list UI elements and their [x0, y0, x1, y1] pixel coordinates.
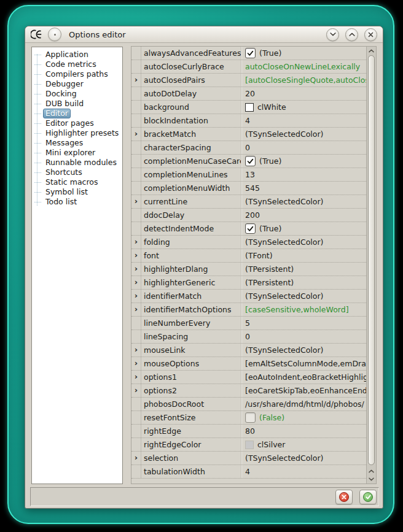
- property-row[interactable]: characterSpacing0: [131, 141, 366, 155]
- property-row[interactable]: alwaysAdvancedFeatures(True): [131, 47, 366, 60]
- property-value-cell[interactable]: [caseSensitive,wholeWord]: [241, 303, 366, 316]
- property-row[interactable]: backgroundclWhite: [131, 101, 366, 114]
- property-value-cell[interactable]: (TSynSelectedColor): [241, 236, 366, 249]
- property-row[interactable]: completionMenuWidth545: [131, 182, 366, 195]
- property-value-cell[interactable]: clWhite: [241, 101, 366, 114]
- expand-icon[interactable]: ›: [135, 305, 138, 313]
- property-row[interactable]: ›options1[eoAutoIndent,eoBracketHighligh…: [131, 371, 366, 384]
- property-value-cell[interactable]: 4: [241, 114, 366, 127]
- checkbox-checked[interactable]: [245, 156, 256, 166]
- property-value-cell[interactable]: /usr/share/dmd/html/d/phobos/: [241, 398, 366, 411]
- accept-button[interactable]: [359, 490, 377, 504]
- property-row[interactable]: ›highlighterDlang(TPersistent): [131, 263, 366, 276]
- sidebar-item-static-macros[interactable]: Static macros: [32, 177, 122, 187]
- property-value-cell[interactable]: [eoCaretSkipTab,eoEnhanceEndKe: [241, 384, 366, 397]
- property-value-cell[interactable]: 0: [241, 141, 366, 154]
- sidebar-item-docking[interactable]: Docking: [32, 89, 122, 99]
- property-value-cell[interactable]: (True): [241, 47, 366, 60]
- property-value-cell[interactable]: 4: [241, 465, 366, 478]
- sidebar-item-application[interactable]: Application: [32, 50, 122, 60]
- property-value-cell[interactable]: (TSynSelectedColor): [241, 128, 366, 141]
- property-row[interactable]: detectIndentMode(True): [131, 222, 366, 236]
- property-row[interactable]: lineNumberEvery5: [131, 317, 366, 330]
- property-value-cell[interactable]: (TPersistent): [241, 263, 366, 276]
- sidebar-item-debugger[interactable]: Debugger: [32, 79, 122, 89]
- shade-button[interactable]: [326, 28, 339, 41]
- sidebar-item-highlighter-presets[interactable]: Highlighter presets: [32, 128, 122, 138]
- property-value-cell[interactable]: 13: [241, 168, 366, 181]
- unshade-button[interactable]: [345, 28, 358, 41]
- property-row[interactable]: ›currentLine(TSynSelectedColor): [131, 195, 366, 209]
- scroll-down-button[interactable]: [367, 475, 376, 483]
- property-row[interactable]: autoCloseCurlyBraceautoCloseOnNewLineLex…: [131, 60, 366, 74]
- property-row[interactable]: resetFontSize(False): [131, 411, 366, 425]
- property-row[interactable]: completionMenuCaseCare(True): [131, 155, 366, 168]
- color-swatch[interactable]: [245, 441, 254, 449]
- property-value-cell[interactable]: 20: [241, 87, 366, 100]
- sidebar-item-messages[interactable]: Messages: [32, 138, 122, 148]
- vertical-scrollbar[interactable]: [366, 47, 376, 484]
- property-row[interactable]: ›mouseOptions[emAltSetsColumnMode,emDrag…: [131, 357, 366, 371]
- property-row[interactable]: ›folding(TSynSelectedColor): [131, 236, 366, 249]
- expand-icon[interactable]: ›: [135, 386, 138, 394]
- property-value-cell[interactable]: 80: [241, 425, 366, 438]
- sidebar-item-mini-explorer[interactable]: Mini explorer: [32, 148, 122, 158]
- cancel-button[interactable]: [335, 490, 353, 504]
- property-row[interactable]: ›selection(TSynSelectedColor): [131, 452, 366, 465]
- property-row[interactable]: phobosDocRoot/usr/share/dmd/html/d/phobo…: [131, 398, 366, 411]
- expand-icon[interactable]: ›: [135, 291, 138, 299]
- property-value-cell[interactable]: (TSynSelectedColor): [241, 452, 366, 465]
- expand-icon[interactable]: ›: [135, 197, 138, 205]
- expand-icon[interactable]: ›: [135, 75, 138, 83]
- property-value-cell[interactable]: (True): [241, 222, 366, 235]
- property-value-cell[interactable]: [eoAutoIndent,eoBracketHighlight: [241, 371, 366, 384]
- property-row[interactable]: lineSpacing0: [131, 330, 366, 344]
- property-row[interactable]: ›font(TFont): [131, 249, 366, 263]
- checkbox-checked[interactable]: [245, 223, 256, 234]
- expand-icon[interactable]: ›: [135, 237, 138, 245]
- property-row[interactable]: blockIndentation4: [131, 114, 366, 128]
- property-value-cell[interactable]: (TSynSelectedColor): [241, 290, 366, 303]
- property-value-cell[interactable]: 200: [241, 209, 366, 222]
- property-value-cell[interactable]: 545: [241, 182, 366, 195]
- expand-icon[interactable]: ›: [135, 129, 138, 137]
- expand-icon[interactable]: ›: [135, 359, 138, 367]
- sidebar-item-dub-build[interactable]: DUB build: [32, 99, 122, 109]
- property-value-cell[interactable]: autoCloseOnNewLineLexically: [241, 60, 366, 73]
- property-value-cell[interactable]: [emAltSetsColumnMode,emDragDr: [241, 357, 366, 370]
- property-row[interactable]: completionMenuLines13: [131, 168, 366, 182]
- checkbox-checked[interactable]: [245, 48, 256, 58]
- property-row[interactable]: tabulationWidth4: [131, 465, 366, 479]
- expand-icon[interactable]: ›: [135, 251, 138, 259]
- scrollbar-thumb[interactable]: [368, 55, 375, 465]
- sidebar-item-symbol-list[interactable]: Symbol list: [32, 187, 122, 197]
- expand-icon[interactable]: ›: [135, 453, 138, 461]
- checkbox-unchecked[interactable]: [245, 412, 256, 423]
- property-value-cell[interactable]: (TPersistent): [241, 276, 366, 289]
- sidebar-item-shortcuts[interactable]: Shortcuts: [32, 168, 122, 177]
- property-row[interactable]: rightEdge80: [131, 425, 366, 438]
- property-row[interactable]: ›bracketMatch(TSynSelectedColor): [131, 128, 366, 141]
- property-row[interactable]: rightEdgeColorclSilver: [131, 438, 366, 452]
- expand-icon[interactable]: ›: [135, 264, 138, 272]
- property-row[interactable]: ddocDelay200: [131, 209, 366, 222]
- property-row[interactable]: ›highlighterGeneric(TPersistent): [131, 276, 366, 290]
- property-value-cell[interactable]: [autoCloseSingleQuote,autoCloseD: [241, 74, 366, 87]
- property-row[interactable]: ›identifierMatchOptions[caseSensitive,wh…: [131, 303, 366, 317]
- scroll-up-button[interactable]: [367, 47, 376, 55]
- property-row[interactable]: ›options2[eoCaretSkipTab,eoEnhanceEndKe: [131, 384, 366, 398]
- property-value-cell[interactable]: (TFont): [241, 249, 366, 262]
- expand-icon[interactable]: ›: [135, 372, 138, 380]
- close-button[interactable]: [364, 28, 377, 41]
- property-row[interactable]: ›autoClosedPairs[autoCloseSingleQuote,au…: [131, 74, 366, 87]
- sidebar-item-todo-list[interactable]: Todo list: [32, 197, 122, 207]
- property-value-cell[interactable]: 0: [241, 330, 366, 343]
- property-value-cell[interactable]: 5: [241, 317, 366, 330]
- sidebar-item-editor[interactable]: Editor: [32, 109, 122, 118]
- property-row[interactable]: ›identifierMatch(TSynSelectedColor): [131, 290, 366, 303]
- property-value-cell[interactable]: (TSynSelectedColor): [241, 195, 366, 208]
- property-value-cell[interactable]: clSilver: [241, 438, 366, 451]
- property-row[interactable]: autoDotDelay20: [131, 87, 366, 101]
- sidebar-item-compilers-paths[interactable]: Compilers paths: [32, 69, 122, 79]
- sidebar-item-code-metrics[interactable]: Code metrics: [32, 60, 122, 69]
